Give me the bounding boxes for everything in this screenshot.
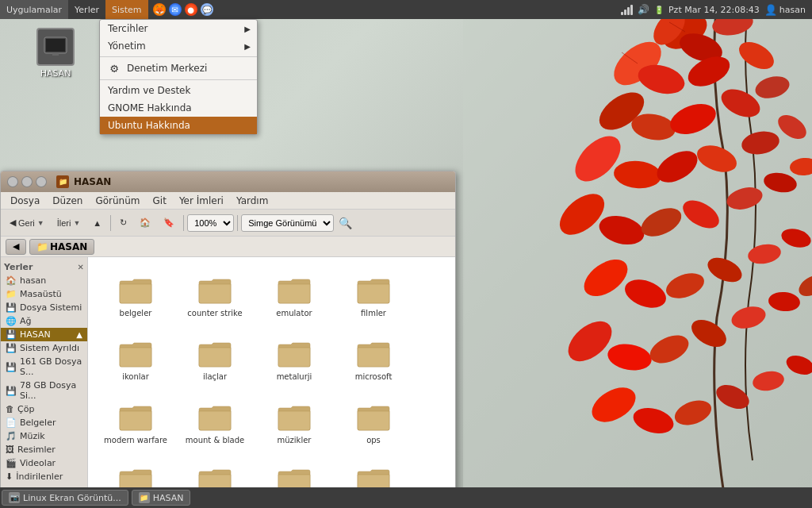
file-item[interactable]: modern warfare — [96, 392, 175, 456]
window-title: HASAN — [74, 176, 111, 187]
file-item[interactable]: emulator — [255, 265, 334, 329]
sidebar-toggle-btn[interactable]: ◀ — [6, 239, 26, 255]
menu-tercihler-arrow: ▶ — [244, 25, 251, 33]
search-button[interactable]: 🔍 — [335, 214, 354, 233]
file-label: ilaçlar — [203, 371, 227, 382]
menu-gnome-label: GNOME Hakkında — [108, 102, 192, 114]
menu-dosya[interactable]: Dosya — [4, 192, 46, 210]
folder-icon — [197, 403, 232, 432]
window-maximize-btn[interactable] — [36, 176, 47, 187]
menu-gorunum[interactable]: Görünüm — [89, 192, 146, 210]
toolbar-sep2 — [183, 215, 184, 231]
file-item[interactable]: microsoft — [334, 329, 413, 392]
menu-denetim[interactable]: ⚙ Denetim Merkezi — [100, 59, 257, 78]
taskbar-item-screenshot[interactable]: 📷 Linux Ekran Görüntü... — [2, 490, 128, 506]
back-button[interactable]: ◀ Geri ▼ — [4, 213, 50, 233]
sidebar-item-ag[interactable]: 🌐 Ağ — [1, 314, 87, 328]
window-close-btn[interactable] — [7, 176, 18, 187]
file-item[interactable]: metalurji — [255, 329, 334, 392]
window-title-icon: 📁 — [56, 175, 69, 188]
folder-icon — [197, 276, 232, 305]
menu-gnome[interactable]: GNOME Hakkında — [100, 99, 257, 117]
up-button[interactable]: ▲ — [87, 213, 107, 233]
sidebar-sistem-icon: 💾 — [6, 343, 17, 353]
sidebar-item-belgeler[interactable]: 📄 Belgeler — [1, 416, 87, 429]
sidebar-item-dosya-sistemi[interactable]: 💾 Dosya Sistemi — [1, 301, 87, 314]
sidebar-indirilenler-label: İndirilenler — [16, 471, 63, 482]
sidebar-item-cop[interactable]: 🗑 Çöp — [1, 402, 87, 416]
desktop-hasan-icon[interactable]: HASAN — [24, 28, 87, 79]
sidebar-item-78gb[interactable]: 💾 78 GB Dosya Si... — [1, 379, 87, 402]
menu-duzen[interactable]: Düzen — [46, 192, 89, 210]
sidebar-item-muzik[interactable]: 🎵 Müzik — [1, 429, 87, 443]
sidebar-item-videolar[interactable]: 🎬 Videolar — [1, 456, 87, 470]
sidebar-item-resimler[interactable]: 🖼 Resimler — [1, 443, 87, 456]
sidebar-ag-icon: 🌐 — [6, 316, 17, 326]
sidebar-item-sistem[interactable]: 💾 Sistem Ayrıldı — [1, 341, 87, 355]
sidebar-close-btn[interactable]: ✕ — [78, 263, 84, 271]
bookmark-icon: 🔖 — [163, 217, 174, 228]
svg-point-33 — [561, 314, 619, 369]
user-area[interactable]: 👤 hasan — [764, 4, 806, 16]
sidebar-item-hasan-drive[interactable]: 💾 HASAN ▲ — [1, 328, 87, 341]
location-bar: ◀ 📁 HASAN — [1, 237, 455, 257]
svg-point-39 — [795, 271, 812, 300]
menu-yardim[interactable]: Yardım ve Destek — [100, 82, 257, 99]
sidebar-hasan-expand: ▲ — [76, 330, 82, 339]
file-item[interactable]: counter strike — [175, 265, 255, 329]
file-item[interactable]: ops — [334, 392, 413, 456]
file-item[interactable]: ilaçlar — [175, 329, 255, 392]
app-icon-1[interactable]: ● — [185, 3, 197, 16]
signal-bars — [621, 5, 633, 15]
empathy-icon[interactable]: 💬 — [201, 3, 213, 16]
svg-point-6 — [635, 60, 688, 98]
panel-places[interactable]: Yerler — [68, 0, 105, 19]
thunderbird-icon[interactable]: ✉ — [169, 3, 182, 16]
file-label: ops — [366, 435, 381, 445]
menu-tercihler[interactable]: Tercihler ▶ — [100, 20, 257, 37]
file-manager-window: 📁 HASAN Dosya Düzen Görünüm Git Yer İmle… — [0, 171, 456, 508]
menu-yonetim[interactable]: Yönetim ▶ — [100, 37, 257, 55]
file-item[interactable]: belgeler — [96, 265, 175, 329]
panel-right: 🔊 🔋 Pzt Mar 14, 22:08:43 👤 hasan — [621, 4, 812, 16]
folder-icon — [197, 340, 232, 368]
sidebar-161gb-label: 161 GB Dosya S... — [20, 356, 82, 377]
panel-system[interactable]: Sistem — [105, 0, 148, 19]
sidebar-masaustu-label: Masaüstü — [20, 289, 62, 299]
svg-point-13 — [753, 73, 791, 102]
sidebar-item-161gb[interactable]: 💾 161 GB Dosya S... — [1, 355, 87, 379]
file-item[interactable]: ikonlar — [96, 329, 175, 392]
forward-button[interactable]: İleri ▼ — [52, 213, 86, 233]
datetime[interactable]: Pzt Mar 14, 22:08:43 — [668, 5, 760, 15]
menu-ubuntu[interactable]: Ubuntu Hakkında — [100, 117, 257, 134]
location-hasan[interactable]: 📁 HASAN — [29, 239, 94, 255]
volume-icon[interactable]: 🔊 — [638, 4, 649, 15]
bookmark-button[interactable]: 🔖 — [158, 213, 180, 233]
file-item[interactable]: mount & blade — [175, 392, 255, 456]
menu-git[interactable]: Git — [147, 192, 173, 210]
menu-yonetim-arrow: ▶ — [244, 42, 251, 51]
home-button[interactable]: 🏠 — [134, 213, 156, 233]
file-item[interactable]: müzikler — [255, 392, 334, 456]
bar3 — [627, 7, 630, 15]
svg-point-36 — [687, 314, 731, 352]
svg-point-38 — [768, 291, 801, 312]
sidebar-header-label: Yerler — [4, 262, 33, 272]
taskbar-item-hasan[interactable]: 📁 HASAN — [132, 490, 191, 506]
view-select[interactable]: Simge Görünümü — [241, 214, 334, 232]
menu-yardim-fm[interactable]: Yardım — [230, 192, 274, 210]
svg-point-27 — [577, 252, 634, 303]
sidebar-header: Yerler ✕ — [1, 260, 87, 274]
sidebar-item-masaustu[interactable]: 📁 Masaüstü — [1, 287, 87, 301]
menu-yer-imleri[interactable]: Yer İmleri — [173, 192, 230, 210]
svg-point-40 — [586, 380, 642, 429]
file-item[interactable]: filmler — [334, 265, 413, 329]
window-minimize-btn[interactable] — [21, 176, 33, 187]
zoom-select[interactable]: 100% — [187, 214, 234, 232]
sidebar-item-indirilenler[interactable]: ⬇ İndirilenler — [1, 470, 87, 483]
svg-rect-49 — [46, 39, 65, 52]
reload-button[interactable]: ↻ — [114, 213, 132, 233]
sidebar-item-hasan[interactable]: 🏠 hasan — [1, 274, 87, 287]
firefox-icon[interactable]: 🦊 — [153, 3, 166, 16]
panel-applications[interactable]: Uygulamalar — [0, 0, 68, 19]
